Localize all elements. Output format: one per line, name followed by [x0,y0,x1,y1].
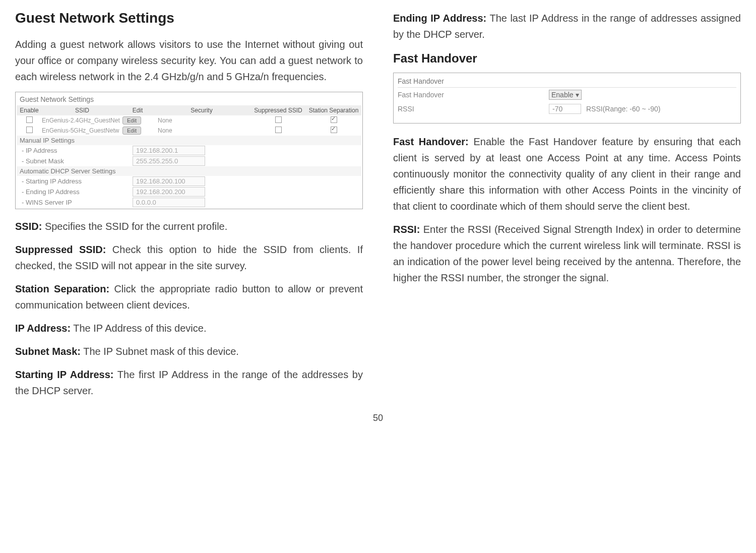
fh-enable-label: Fast Handover [398,91,549,99]
station-checkbox[interactable] [331,127,337,133]
ipaddr-paragraph: IP Address: The IP Address of this devic… [15,320,363,336]
endip-paragraph: Ending IP Address: The last IP Address i… [393,10,741,42]
guest-network-table: Guest Network Settings Enable SSID Edit … [15,92,363,209]
ip-address-label: - IP Address [17,147,133,154]
table-title: Guest Network Settings [17,93,361,105]
ip-address-input[interactable]: 192.168.200.1 [133,146,205,155]
enable-checkbox[interactable] [26,116,33,123]
chevron-down-icon: ▾ [576,91,579,99]
ipaddr-term: IP Address: [15,323,71,334]
rssi-term: RSSI: [393,224,420,235]
endip-term: Ending IP Address: [393,13,486,24]
suppressed-checkbox[interactable] [275,116,282,123]
ssid-cell: EnGenius-5GHz_GuestNetw [42,127,122,134]
fh-rssi-input[interactable]: -70 [549,104,581,114]
wins-label: - WINS Server IP [17,199,133,206]
ssid-paragraph: SSID: Specifies the SSID for the current… [15,218,363,234]
manual-ip-label: Manual IP Settings [17,136,361,145]
station-term: Station Separation: [15,283,109,294]
fh-table-title: Fast Handover [398,75,736,88]
station-checkbox[interactable] [331,116,337,123]
subnet-desc: The IP Subnet mask of this device. [81,346,239,357]
station-paragraph: Station Separation: Click the appropriat… [15,281,363,313]
col-enable: Enable [17,107,42,114]
start-ip-label: - Starting IP Address [17,177,133,185]
fh-enable-select[interactable]: Enable ▾ [549,90,582,100]
table-header-row: Enable SSID Edit Security Suppressed SSI… [17,105,361,115]
col-edit: Edit [122,107,153,114]
section-title-guest: Guest Network Settings [15,10,363,26]
table-row: EnGenius-2.4GHz_GuestNet Edit None [17,115,361,126]
fh-term: Fast Handover: [393,136,469,147]
ssid-cell: EnGenius-2.4GHz_GuestNet [42,117,122,124]
end-ip-input[interactable]: 192.168.200.200 [133,187,205,197]
rssi-paragraph: RSSI: Enter the RSSI (Received Signal St… [393,221,741,286]
fh-rssi-row: RSSI -70 RSSI(Range: -60 ~ -90) [398,102,736,116]
fh-rssi-hint: RSSI(Range: -60 ~ -90) [586,105,660,113]
enable-checkbox[interactable] [26,127,33,133]
intro-text: Adding a guest network allows visitors t… [15,36,363,85]
ip-address-row: - IP Address 192.168.200.1 [17,145,361,156]
ssid-term: SSID: [15,221,42,232]
subnet-input[interactable]: 255.255.255.0 [133,156,205,166]
col-station: Station Separation [306,107,361,114]
subnet-label: - Subnet Mask [17,157,133,165]
suppressed-checkbox[interactable] [275,127,282,133]
security-cell: None [153,127,250,134]
end-ip-row: - Ending IP Address 192.168.200.200 [17,187,361,197]
section-title-fasthandover: Fast Handover [393,51,741,66]
subnet-paragraph: Subnet Mask: The IP Subnet mask of this … [15,343,363,359]
fh-enable-row: Fast Handover Enable ▾ [398,88,736,102]
ipaddr-desc: The IP Address of this device. [71,323,206,334]
edit-button[interactable]: Edit [122,127,141,135]
wins-row: - WINS Server IP 0.0.0.0 [17,197,361,208]
end-ip-label: - Ending IP Address [17,188,133,196]
fast-handover-table: Fast Handover Fast Handover Enable ▾ RSS… [393,73,741,124]
security-cell: None [153,117,250,124]
suppressed-term: Suppressed SSID: [15,244,106,255]
table-row: EnGenius-5GHz_GuestNetw Edit None [17,126,361,136]
subnet-term: Subnet Mask: [15,346,81,357]
rssi-desc: Enter the RSSI (Received Signal Strength… [393,224,741,283]
ssid-desc: Specifies the SSID for the current profi… [42,221,227,232]
start-ip-input[interactable]: 192.168.200.100 [133,176,205,186]
start-ip-row: - Starting IP Address 192.168.200.100 [17,176,361,187]
subnet-row: - Subnet Mask 255.255.255.0 [17,156,361,166]
col-ssid: SSID [42,107,122,114]
wins-input[interactable]: 0.0.0.0 [133,198,205,207]
fh-rssi-label: RSSI [398,105,549,113]
fh-desc: Enable the Fast Handover feature by ensu… [393,136,741,212]
startip-paragraph: Starting IP Address: The first IP Addres… [15,366,363,399]
fh-paragraph: Fast Handover: Enable the Fast Handover … [393,134,741,214]
dhcp-label: Automatic DHCP Server Settings [17,166,361,176]
page-number: 50 [15,413,741,423]
fh-enable-value: Enable [551,91,574,99]
col-security: Security [153,107,250,114]
suppressed-paragraph: Suppressed SSID: Check this option to hi… [15,241,363,274]
startip-term: Starting IP Address: [15,369,114,380]
edit-button[interactable]: Edit [122,116,141,125]
col-suppressed: Suppressed SSID [250,107,306,114]
